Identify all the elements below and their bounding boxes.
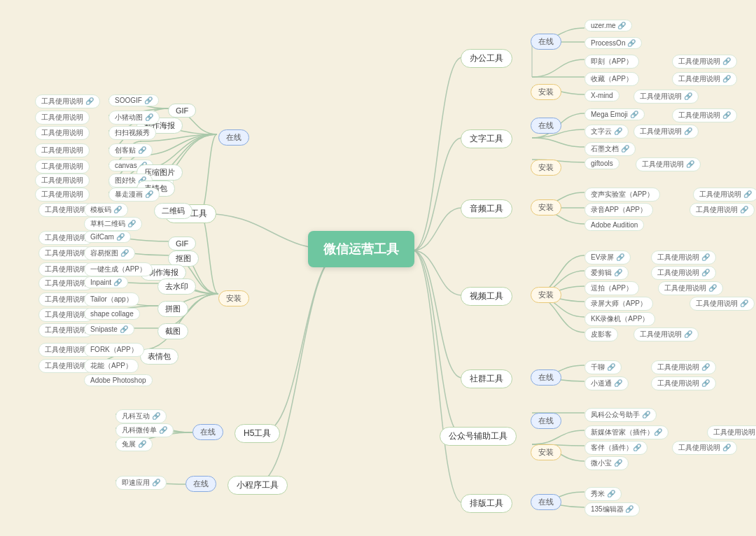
gongju-shuoming-2: 工具使用说明 [35, 111, 90, 125]
mega-emoji: Mega Emoji 🔗 [584, 108, 645, 120]
qushuiyin: 去水印 [158, 278, 196, 295]
install-audio: 安装 [531, 199, 561, 216]
biaoqingbao-install: 表情包 [140, 348, 178, 365]
ev-usage: 工具使用说明 🔗 [651, 251, 716, 265]
luyin-usage: 工具使用说明 🔗 [690, 203, 755, 217]
rongyi-koitu: 容易抠图 🔗 [84, 246, 135, 260]
luyin-app: 录音APP（APP） [584, 203, 653, 217]
uzer: uzer.me 🔗 [584, 20, 632, 31]
jike-app: 即刻（APP） [584, 55, 639, 69]
xiumia: 秀米 🔗 [584, 487, 622, 501]
online-office: 在线 [531, 34, 561, 50]
wenzi-yun-usage: 工具使用说明 🔗 [634, 125, 699, 139]
wenzi-yun: 文字云 🔗 [584, 125, 629, 139]
processon: ProcessOn 🔗 [584, 37, 642, 49]
piying: 皮影客 [584, 327, 618, 341]
branch-miniapp: 小程序工具 [227, 476, 288, 495]
fengke-helper: 凤科公众号助手 🔗 [584, 408, 657, 422]
xmind: X-mind [584, 90, 620, 101]
gongju-shuoming-3: 工具使用说明 [35, 126, 90, 140]
jike-usage: 工具使用说明 🔗 [672, 55, 737, 69]
soogif: SOOGIF 🔗 [108, 94, 159, 106]
shouhe-app: 收藏（APP） [584, 72, 639, 86]
zmt-plugin: 新媒体管家（插件）🔗 [584, 425, 668, 439]
mianpig: 兔展 🔗 [115, 437, 153, 451]
caocao-qr: 草料二维码 🔗 [84, 217, 142, 231]
branch-layout: 排版工具 [461, 494, 512, 513]
center-node: 微信运营工具 [308, 231, 414, 267]
gongju-shuoming-4: 工具使用说明 [35, 143, 90, 157]
biaopai: 逗拍（APP） [584, 281, 639, 295]
gongju-shuoming-7: 工具使用说明 [35, 188, 90, 202]
branch-video: 视频工具 [461, 287, 512, 306]
install-wechat: 安装 [531, 444, 561, 460]
bianshenshi-usage: 工具使用说明 🔗 [693, 188, 756, 202]
gif-node: GIF [168, 104, 196, 118]
tailor: Tailor（app） [84, 292, 139, 306]
piying-usage: 工具使用说明 🔗 [634, 327, 699, 341]
qianliao: 千聊 🔗 [584, 360, 622, 374]
lushidashen-usage: 工具使用说明 🔗 [690, 297, 755, 311]
branch-text: 文字工具 [461, 129, 512, 148]
install-image: 安装 [218, 290, 249, 306]
biaopai-usage: 工具使用说明 🔗 [658, 281, 723, 295]
fengke-hd: 凡科互动 🔗 [115, 409, 167, 423]
shimo: 石墨文档 🔗 [584, 142, 636, 156]
qianliao-usage: 工具使用说明 🔗 [651, 360, 716, 374]
yijiubianji: 135编辑器 🔗 [584, 502, 640, 516]
branch-h5: H5工具 [234, 424, 280, 443]
aijianying: 爱剪辑 🔗 [584, 266, 629, 280]
install-video: 安装 [531, 287, 561, 303]
xiaodaotong: 小道通 🔗 [584, 376, 629, 390]
weixiaobao: 微小宝 🔗 [584, 456, 629, 470]
branch-social: 社群工具 [461, 369, 512, 388]
moban-ma: 模板码 🔗 [84, 203, 128, 217]
online-image: 在线 [218, 129, 249, 146]
fork-app: FORK（APP） [84, 343, 144, 357]
gongju-shuoming-1: 工具使用说明 🔗 [35, 94, 100, 108]
online-text: 在线 [531, 118, 561, 134]
gongju-shuoming-5: 工具使用说明 [35, 160, 90, 174]
online-layout: 在线 [531, 494, 561, 510]
bianshenshi: 变声实验室（APP） [584, 188, 660, 202]
online-social: 在线 [531, 369, 561, 386]
ev-luping: EV录屏 🔗 [584, 251, 631, 265]
install-text: 安装 [531, 160, 561, 176]
pintu: 拼图 [158, 301, 188, 317]
xiaozhu-gif: 小猪动图 🔗 [108, 111, 160, 125]
saomiao-hewei: 扫扫视频秀 [108, 126, 156, 140]
qrcode: 二维码 [154, 203, 192, 219]
gifcam: GifCam 🔗 [84, 231, 131, 243]
lushidashen: 录屏大师（APP） [584, 297, 653, 311]
giftools-usage: 工具使用说明 🔗 [636, 157, 701, 171]
adobe-photoshop: Adobe Photoshop [84, 374, 153, 386]
shouhe-usage: 工具使用说明 🔗 [672, 72, 737, 86]
huaneng: 花能（APP） [84, 359, 139, 373]
aijianying-usage: 工具使用说明 🔗 [651, 266, 716, 280]
xiaodaotong-usage: 工具使用说明 🔗 [651, 376, 716, 390]
snipaste: Snipaste 🔗 [84, 323, 134, 335]
adobe-audition: Adobe Audition [584, 219, 644, 231]
haoyou-usage: 工具使用说明 🔗 [672, 441, 737, 455]
yijian-shengcheng: 一键生成（APP） [84, 262, 153, 276]
branch-office: 办公工具 [461, 49, 512, 68]
manghe-manhua: 暴走漫画 🔗 [108, 188, 160, 202]
branch-wechat-assist: 公众号辅助工具 [440, 427, 517, 446]
jisu-app: 即速应用 🔗 [115, 476, 167, 490]
shape-collage: shape collage [84, 308, 140, 320]
install-office: 安装 [531, 84, 561, 100]
online-miniapp: 在线 [186, 476, 216, 492]
online-h5: 在线 [192, 424, 223, 440]
chuangke-tie: 创客贴 🔗 [108, 143, 153, 157]
kk-luping: KK录像机（APP） [584, 312, 655, 326]
gif-install: GIF [168, 237, 196, 251]
inpaint: Inpaint 🔗 [84, 276, 128, 288]
mega-emoji-usage: 工具使用说明 🔗 [672, 108, 737, 122]
jietu: 截图 [158, 323, 188, 339]
online-wechat: 在线 [531, 413, 561, 429]
branch-audio: 音频工具 [461, 199, 512, 218]
gongju-shuoming-6: 工具使用说明 [35, 174, 90, 188]
fengke-wechat: 凡科微传单 🔗 [115, 423, 174, 437]
zmt-usage: 工具使用说明 🔗 [707, 425, 756, 439]
xmind-usage: 工具使用说明 🔗 [634, 90, 699, 104]
